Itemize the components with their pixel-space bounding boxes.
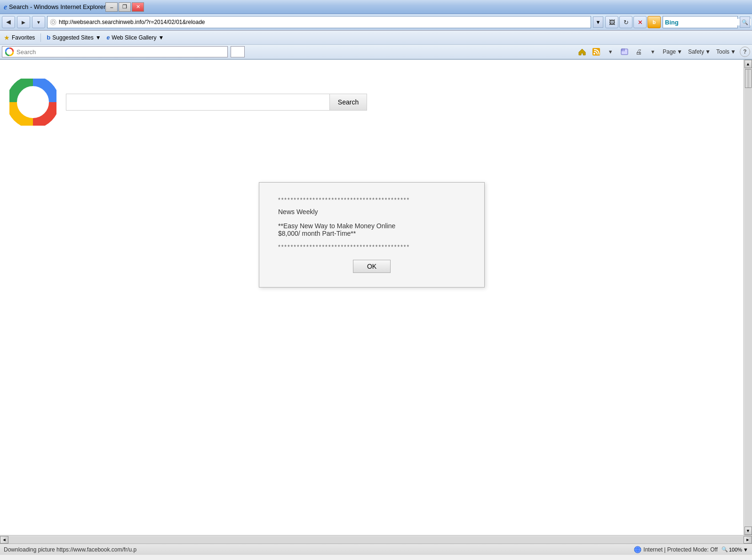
zoom-dropdown-icon: ▼	[743, 547, 748, 552]
close-button[interactable]: ✕	[132, 2, 144, 12]
h-scroll-left-button[interactable]: ◄	[0, 536, 8, 544]
dropdown-button[interactable]: ▼	[32, 16, 45, 28]
help-button[interactable]: ?	[740, 47, 750, 57]
address-bar-area: ◄ ► ▼ ▼ 🖼 ↻ ✕ b Bing 🔍	[0, 14, 752, 31]
browser-toolbar-icons: 🖼 ↻ ✕ b	[605, 16, 661, 28]
ad-dialog: ****************************************…	[259, 182, 485, 288]
globe-icon	[634, 546, 641, 553]
main-search-input[interactable]	[66, 94, 329, 111]
web-slice-button[interactable]: e Web Slice Gallery ▼	[107, 34, 164, 41]
status-right: Internet | Protected Mode: Off 🔍 100% ▼	[634, 546, 748, 553]
address-icon	[49, 18, 57, 26]
rss-icon	[592, 48, 600, 56]
stop-button[interactable]: ✕	[633, 16, 647, 28]
address-dropdown-button[interactable]: ▼	[593, 16, 603, 28]
favorites-button[interactable]: ★ Favorites	[4, 34, 35, 41]
ad-body: **Easy New Way to Make Money Online$8,00…	[278, 222, 465, 237]
browser-icon: e	[4, 3, 7, 11]
favorites-star-icon: ★	[4, 34, 10, 41]
status-text: Downloading picture https://www.facebook…	[4, 546, 630, 553]
favorites-label: Favorites	[12, 34, 35, 41]
status-bar: Downloading picture https://www.facebook…	[0, 544, 752, 555]
scroll-thumb[interactable]	[745, 69, 752, 88]
zoom-icon: 🔍	[721, 546, 728, 552]
ie-toolbar: ▼ 🖨 ▼ Page ▼ Safety ▼ Tools ▼ ?	[0, 45, 752, 60]
svg-point-6	[21, 90, 45, 114]
web-slice-icon: e	[107, 34, 110, 41]
tools-dropdown-icon: ▼	[730, 48, 736, 55]
svg-point-1	[52, 21, 55, 24]
ad-ok-button[interactable]: OK	[353, 260, 391, 273]
forward-button[interactable]: ►	[17, 16, 30, 28]
ad-title: News Weekly	[278, 208, 465, 216]
favorites-toolbar-button[interactable]	[618, 46, 631, 57]
horizontal-scrollbar: ◄ ►	[0, 535, 752, 544]
logo-area: Search	[9, 79, 367, 126]
page-label: Page	[663, 48, 676, 55]
refresh-button[interactable]: ↻	[619, 16, 632, 28]
home-icon	[578, 48, 586, 56]
favorites-bar: ★ Favorites b Suggested Sites ▼ e Web Sl…	[0, 31, 752, 45]
scroll-up-button[interactable]: ▲	[744, 60, 752, 68]
google-ring-logo	[9, 79, 56, 126]
main-search-button[interactable]: Search	[329, 94, 367, 111]
page-menu-button[interactable]: Page ▼	[661, 46, 684, 57]
suggested-sites-button[interactable]: b Suggested Sites ▼	[47, 34, 101, 41]
zoom-text: 100%	[729, 547, 742, 552]
back-button[interactable]: ◄	[2, 16, 15, 28]
rss-button[interactable]	[590, 46, 602, 57]
window-controls: – ❐ ✕	[105, 2, 144, 12]
content-area: Search *********************************…	[0, 60, 752, 535]
vertical-scrollbar: ▲ ▼	[744, 60, 752, 535]
tab-area[interactable]	[231, 46, 245, 57]
suggested-sites-label: Suggested Sites	[52, 34, 93, 41]
search-logo-icon	[5, 48, 14, 56]
title-bar: e Search - Windows Internet Explorer – ❐…	[0, 0, 752, 14]
page-dropdown-icon: ▼	[677, 48, 682, 55]
scroll-track[interactable]	[744, 68, 752, 527]
rss-dropdown-button[interactable]: ▼	[604, 46, 616, 57]
main-search-area: Search	[66, 94, 367, 111]
tools-label: Tools	[716, 48, 729, 55]
bing-icon-button[interactable]: b	[648, 16, 661, 28]
bing-search-area: Bing	[663, 16, 738, 28]
restore-button[interactable]: ❐	[119, 2, 131, 12]
image-icon-button[interactable]: 🖼	[605, 16, 618, 28]
tools-menu-button[interactable]: Tools ▼	[714, 46, 738, 57]
ad-stars-top: ****************************************…	[278, 197, 465, 203]
zone-text: Internet | Protected Mode: Off	[643, 546, 718, 553]
home-toolbar-button[interactable]	[576, 46, 588, 57]
print-button[interactable]: 🖨	[632, 46, 645, 57]
favorites-separator	[40, 33, 41, 42]
suggested-dropdown-icon: ▼	[96, 34, 101, 41]
safety-label: Safety	[688, 48, 704, 55]
web-slice-label: Web Slice Gallery	[112, 34, 156, 41]
h-scroll-right-button[interactable]: ►	[744, 536, 752, 544]
ie-search-bar	[2, 46, 228, 57]
zone-status: Internet | Protected Mode: Off	[634, 546, 718, 553]
zoom-button[interactable]: 🔍 100% ▼	[721, 546, 748, 552]
favorites-icon	[620, 48, 629, 56]
safety-menu-button[interactable]: Safety ▼	[686, 46, 712, 57]
web-slice-dropdown-icon: ▼	[158, 34, 164, 41]
h-scroll-track[interactable]	[8, 536, 744, 544]
print-dropdown-button[interactable]: ▼	[647, 46, 659, 57]
ie-toolbar-right: ▼ 🖨 ▼ Page ▼ Safety ▼ Tools ▼ ?	[576, 46, 750, 57]
page-area: Search *********************************…	[0, 60, 744, 535]
address-bar-wrapper	[47, 16, 591, 28]
url-input[interactable]	[59, 19, 589, 25]
ie-search-input[interactable]	[16, 48, 224, 56]
window-title: Search - Windows Internet Explorer	[9, 3, 105, 10]
ad-stars-bottom: ****************************************…	[278, 244, 465, 250]
safety-dropdown-icon: ▼	[705, 48, 711, 55]
minimize-button[interactable]: –	[105, 2, 118, 12]
scroll-down-button[interactable]: ▼	[744, 527, 752, 535]
suggested-icon: b	[47, 34, 50, 41]
bing-logo: Bing	[665, 19, 679, 26]
bing-search-button[interactable]: 🔍	[740, 16, 750, 28]
svg-point-4	[593, 53, 595, 55]
